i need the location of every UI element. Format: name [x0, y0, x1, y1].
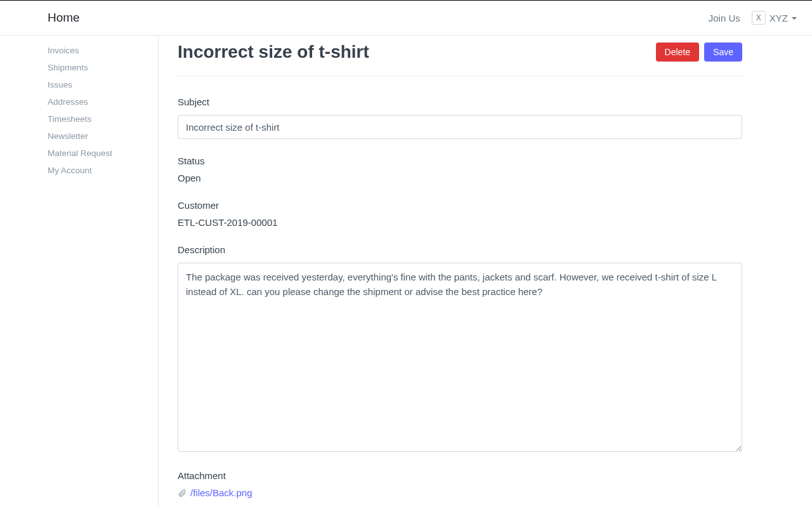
sidebar: Invoices Shipments Issues Addresses Time…: [0, 36, 159, 507]
customer-value: ETL-CUST-2019-00001: [178, 217, 742, 228]
subject-input[interactable]: [178, 115, 742, 139]
sidebar-item-issues[interactable]: Issues: [48, 76, 158, 93]
group-subject: Subject: [178, 96, 742, 139]
page-header: Incorrect size of t-shirt Delete Save: [178, 42, 742, 76]
delete-button[interactable]: Delete: [656, 43, 699, 62]
status-label: Status: [178, 155, 742, 166]
group-description: Description The package was received yes…: [178, 244, 742, 454]
page-title: Incorrect size of t-shirt: [178, 42, 369, 62]
group-attachment: Attachment /files/Back.png: [178, 470, 742, 498]
chevron-down-icon: [792, 17, 797, 20]
save-button[interactable]: Save: [704, 43, 742, 62]
brand-link[interactable]: Home: [48, 11, 80, 25]
navbar: Home Join Us X XYZ: [0, 0, 812, 36]
user-menu[interactable]: X XYZ: [752, 11, 797, 25]
attachment-label: Attachment: [178, 470, 742, 481]
sidebar-item-my-account[interactable]: My Account: [48, 162, 158, 179]
sidebar-item-addresses[interactable]: Addresses: [48, 93, 158, 110]
issue-form: Subject Status Open Customer ETL-CUST-20…: [178, 96, 742, 498]
sidebar-item-newsletter[interactable]: Newsletter: [48, 128, 158, 145]
sidebar-item-timesheets[interactable]: Timesheets: [48, 110, 158, 128]
action-buttons: Delete Save: [656, 43, 742, 62]
group-customer: Customer ETL-CUST-2019-00001: [178, 200, 742, 228]
group-status: Status Open: [178, 155, 742, 183]
customer-label: Customer: [178, 200, 742, 211]
description-label: Description: [178, 244, 742, 255]
nav-right: Join Us X XYZ: [709, 11, 797, 25]
sidebar-item-material-request[interactable]: Material Request: [48, 145, 158, 162]
join-us-link[interactable]: Join Us: [709, 13, 740, 23]
sidebar-item-shipments[interactable]: Shipments: [48, 59, 158, 76]
subject-label: Subject: [178, 96, 742, 107]
paperclip-icon: [178, 489, 187, 497]
attachment-link[interactable]: /files/Back.png: [190, 487, 252, 498]
description-textarea[interactable]: The package was received yesterday, ever…: [178, 263, 742, 452]
sidebar-item-invoices[interactable]: Invoices: [48, 42, 158, 59]
user-name: XYZ: [769, 13, 788, 23]
avatar: X: [752, 11, 766, 25]
status-value: Open: [178, 173, 742, 183]
main-content: Incorrect size of t-shirt Delete Save Su…: [159, 36, 812, 507]
attachment-row: /files/Back.png: [178, 487, 742, 498]
